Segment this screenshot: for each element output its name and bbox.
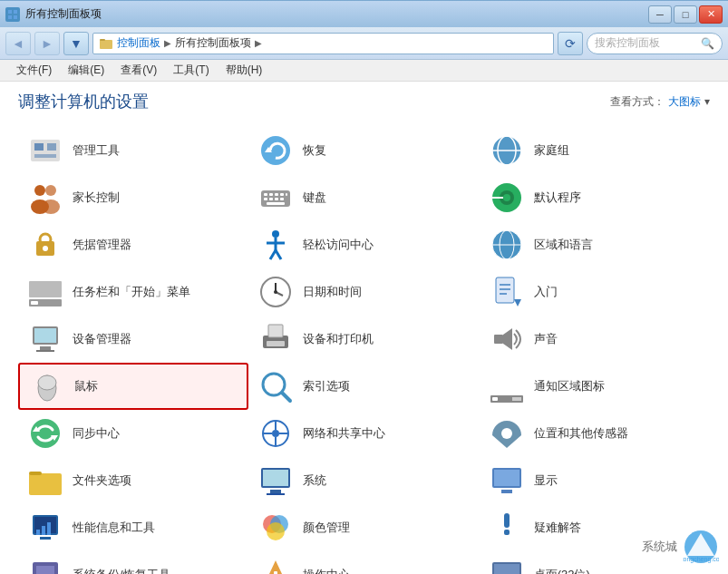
icon-item-default-programs[interactable]: 默认程序 bbox=[480, 174, 710, 221]
forward-button[interactable]: ► bbox=[34, 32, 60, 55]
icon-item-sync-center[interactable]: 同步中心 bbox=[18, 410, 248, 457]
breadcrumb-item-1: 控制面板 bbox=[117, 35, 160, 51]
search-icon: 🔍 bbox=[701, 37, 714, 50]
indexing-options-label: 索引选项 bbox=[303, 378, 350, 394]
icon-item-homegroup[interactable]: 家庭组 bbox=[480, 127, 710, 174]
svg-rect-89 bbox=[29, 472, 42, 475]
svg-rect-107 bbox=[504, 530, 510, 535]
svg-text:xitongcheng.com: xitongcheng.com bbox=[683, 556, 719, 563]
svg-marker-59 bbox=[514, 299, 521, 306]
svg-rect-49 bbox=[29, 281, 62, 297]
menu-view[interactable]: 查看(V) bbox=[113, 61, 164, 80]
ease-of-access-icon bbox=[257, 227, 294, 263]
svg-point-16 bbox=[34, 185, 45, 196]
icon-item-admin-tools[interactable]: 管理工具 bbox=[18, 127, 248, 174]
maximize-button[interactable]: □ bbox=[674, 5, 697, 24]
performance-info-icon bbox=[27, 510, 63, 546]
svg-rect-66 bbox=[268, 325, 283, 337]
svg-rect-4 bbox=[100, 40, 112, 49]
view-arrow[interactable]: ▾ bbox=[704, 95, 710, 108]
view-options: 查看方式： 大图标 ▾ bbox=[610, 94, 710, 110]
svg-rect-63 bbox=[36, 350, 54, 352]
watermark-text: 系统城 bbox=[642, 539, 677, 555]
title-bar: 所有控制面板项 ─ □ ✕ bbox=[0, 0, 728, 27]
security-icon bbox=[489, 557, 525, 574]
icon-item-display[interactable]: 显示 bbox=[480, 457, 710, 504]
icon-item-notification-area[interactable]: 通知区域图标 bbox=[480, 363, 710, 410]
icon-item-taskbar-start[interactable]: 任务栏和「开始」菜单 bbox=[18, 268, 248, 316]
svg-rect-95 bbox=[494, 470, 519, 486]
icon-item-location-sensors[interactable]: 位置和其他传感器 bbox=[480, 410, 710, 457]
svg-rect-61 bbox=[34, 328, 56, 343]
action-center-label: 操作中心 bbox=[303, 567, 350, 574]
menu-help[interactable]: 帮助(H) bbox=[218, 61, 270, 80]
icon-item-performance-info[interactable]: 性能信息和工具 bbox=[18, 504, 248, 551]
icons-grid: 管理工具恢复家庭组家长控制键盘默认程序凭据管理器轻松访问中心区域和语言任务栏和「… bbox=[0, 118, 728, 574]
location-sensors-label: 位置和其他传感器 bbox=[534, 425, 628, 442]
getting-started-label: 入门 bbox=[534, 284, 558, 300]
icon-item-action-center[interactable]: 操作中心 bbox=[248, 551, 479, 574]
search-placeholder: 搜索控制面板 bbox=[595, 35, 660, 51]
sync-center-label: 同步中心 bbox=[73, 425, 120, 442]
address-field[interactable]: 控制面板 ▶ 所有控制面板项 ▶ bbox=[92, 33, 554, 54]
folder-options-icon bbox=[27, 462, 63, 499]
view-current[interactable]: 大图标 bbox=[668, 94, 701, 110]
breadcrumb-item-2: 所有控制面板项 bbox=[175, 35, 251, 51]
svg-rect-99 bbox=[36, 530, 40, 535]
default-programs-label: 默认程序 bbox=[534, 190, 581, 206]
back-button[interactable]: ◄ bbox=[5, 32, 31, 55]
menu-file[interactable]: 文件(F) bbox=[9, 61, 59, 80]
icon-item-folder-options[interactable]: 文件夹选项 bbox=[18, 457, 248, 504]
refresh-button[interactable]: ⟳ bbox=[558, 32, 583, 55]
svg-rect-92 bbox=[270, 490, 281, 493]
device-manager-icon bbox=[27, 321, 63, 357]
icon-item-backup[interactable]: 系统备份/恢复工具 bbox=[18, 551, 248, 574]
icon-item-region-language[interactable]: 区域和语言 bbox=[480, 221, 710, 268]
icon-item-restore[interactable]: 恢复 bbox=[248, 127, 479, 174]
icon-item-sound[interactable]: 声音 bbox=[480, 316, 710, 363]
svg-rect-106 bbox=[504, 513, 510, 528]
svg-point-53 bbox=[274, 290, 277, 294]
default-programs-icon bbox=[489, 180, 525, 216]
getting-started-icon bbox=[489, 274, 525, 310]
icon-item-color-management[interactable]: 颜色管理 bbox=[248, 504, 479, 551]
region-language-icon bbox=[489, 227, 525, 263]
search-box[interactable]: 搜索控制面板 🔍 bbox=[587, 33, 723, 54]
folder-icon bbox=[99, 36, 113, 51]
page-title: 调整计算机的设置 bbox=[18, 91, 149, 112]
icon-item-devices-printers[interactable]: 设备和打印机 bbox=[248, 316, 479, 363]
performance-info-label: 性能信息和工具 bbox=[73, 520, 155, 536]
icon-item-network-sharing[interactable]: 网络和共享中心 bbox=[248, 410, 479, 457]
minimize-button[interactable]: ─ bbox=[648, 5, 672, 24]
content-header: 调整计算机的设置 查看方式： 大图标 ▾ bbox=[0, 82, 728, 118]
menu-edit[interactable]: 编辑(E) bbox=[61, 61, 112, 80]
recent-button[interactable]: ▼ bbox=[63, 32, 89, 55]
svg-rect-62 bbox=[40, 346, 51, 350]
svg-rect-77 bbox=[512, 397, 521, 401]
security-label: 桌面(32位) bbox=[534, 567, 590, 574]
icon-item-mouse[interactable]: 鼠标 bbox=[18, 363, 248, 410]
ease-of-access-label: 轻松访问中心 bbox=[303, 237, 374, 253]
icon-item-device-manager[interactable]: 设备管理器 bbox=[18, 316, 248, 363]
icon-item-system[interactable]: 系统 bbox=[248, 457, 479, 504]
icon-item-indexing-options[interactable]: 索引选项 bbox=[248, 363, 479, 410]
icon-item-parental-control[interactable]: 家长控制 bbox=[18, 174, 248, 221]
close-button[interactable]: ✕ bbox=[699, 5, 723, 24]
icon-item-getting-started[interactable]: 入门 bbox=[480, 268, 710, 316]
icon-item-date-time[interactable]: 日期和时间 bbox=[248, 268, 479, 316]
svg-point-87 bbox=[501, 428, 512, 439]
icon-item-credential-manager[interactable]: 凭据管理器 bbox=[18, 221, 248, 268]
taskbar-start-icon bbox=[27, 274, 63, 310]
svg-line-42 bbox=[276, 250, 281, 259]
indexing-options-icon bbox=[257, 368, 294, 404]
svg-point-105 bbox=[267, 522, 285, 540]
svg-point-72 bbox=[38, 375, 56, 390]
parental-control-label: 家长控制 bbox=[73, 190, 120, 206]
svg-rect-7 bbox=[34, 143, 44, 151]
svg-rect-23 bbox=[275, 193, 278, 196]
icon-item-keyboard[interactable]: 键盘 bbox=[248, 174, 479, 221]
svg-rect-30 bbox=[267, 202, 285, 205]
menu-tools[interactable]: 工具(T) bbox=[166, 61, 216, 80]
title-bar-left: 所有控制面板项 bbox=[5, 6, 102, 22]
icon-item-ease-of-access[interactable]: 轻松访问中心 bbox=[248, 221, 479, 268]
